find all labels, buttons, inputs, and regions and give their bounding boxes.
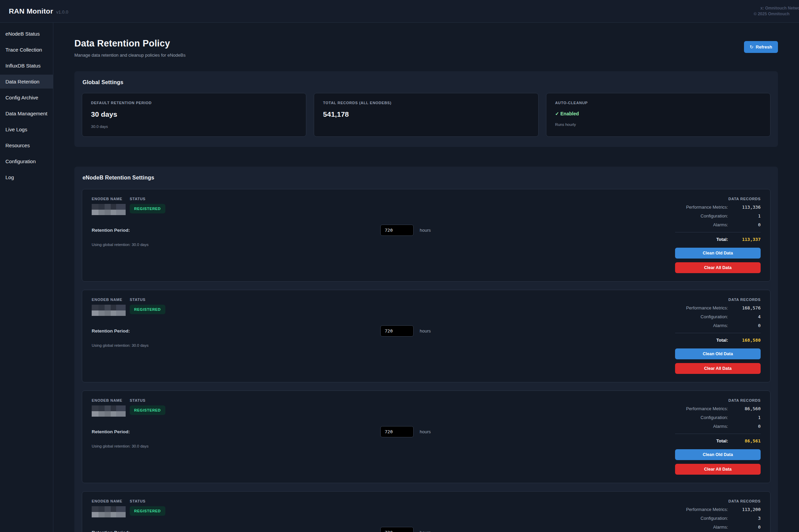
retention-period-label: Retention Period: xyxy=(92,228,380,233)
alarms-label: Alarms: xyxy=(675,424,728,429)
retention-hours-input[interactable] xyxy=(380,225,414,236)
records-divider xyxy=(675,232,761,232)
main-content: Data Retention Policy Manage data retent… xyxy=(53,23,799,532)
metric-row-configuration: Configuration: 1 xyxy=(675,213,761,218)
enodeb-name-redacted xyxy=(92,405,126,417)
enodeb-head-row: ENODEB NAME STATUS REGISTERED xyxy=(92,298,661,316)
metric-row-total: Total: 168,580 xyxy=(675,338,761,343)
enodeb-card-right: DATA RECORDS Performance Metrics: 113,33… xyxy=(675,197,761,273)
hours-unit-label: hours xyxy=(420,228,431,233)
global-retention-note: Using global retention: 30.0 days xyxy=(92,444,661,448)
enodeb-name-label: ENODEB NAME xyxy=(92,499,130,503)
clean-old-data-button[interactable]: Clean Old Data xyxy=(675,248,761,259)
configuration-label: Configuration: xyxy=(675,516,728,521)
total-value: 86,561 xyxy=(728,438,761,443)
records-divider xyxy=(675,434,761,434)
alarms-label: Alarms: xyxy=(675,222,728,227)
sidebar-item-data-retention[interactable]: Data Retention xyxy=(0,75,53,89)
total-value: 168,580 xyxy=(728,338,761,343)
status-label: STATUS xyxy=(130,197,165,201)
clear-all-data-button[interactable]: Clear All Data xyxy=(675,464,761,475)
status-label: STATUS xyxy=(130,499,165,503)
global-stats-row: DEFAULT RETENTION PERIOD 30 days 30.0 da… xyxy=(82,93,770,137)
header-meta: x: Omnitouch Network Services © 2025 Omn… xyxy=(753,5,789,17)
performance-metrics-label: Performance Metrics: xyxy=(675,507,728,512)
metric-row-total: Total: 86,561 xyxy=(675,438,761,443)
data-records-label: DATA RECORDS xyxy=(675,398,761,402)
clean-old-data-button[interactable]: Clean Old Data xyxy=(675,449,761,460)
enodeb-card: ENODEB NAME STATUS REGISTERED Retention … xyxy=(82,290,770,382)
top-header: RAN Monitor v1.0.0 x: Omnitouch Network … xyxy=(0,0,799,23)
copyright: © 2025 Omnitouch xyxy=(753,11,789,17)
stat-value: ✓ Enabled xyxy=(555,111,761,116)
status-badge: REGISTERED xyxy=(130,506,165,516)
page-subtitle: Manage data retention and cleanup polici… xyxy=(74,53,185,58)
refresh-label: Refresh xyxy=(756,44,772,50)
sidebar-item-data-management[interactable]: Data Management xyxy=(0,107,53,120)
data-records-label: DATA RECORDS xyxy=(675,499,761,503)
records-divider xyxy=(675,333,761,333)
enodeb-name-col: ENODEB NAME xyxy=(92,499,130,517)
enodeb-card-right: DATA RECORDS Performance Metrics: 113,20… xyxy=(675,499,761,532)
retention-period-row: Retention Period: hours xyxy=(92,527,661,532)
app-title: RAN Monitor xyxy=(9,7,53,15)
app-version: v1.0.0 xyxy=(56,10,68,15)
enodeb-name-redacted xyxy=(92,305,126,316)
enodeb-card-right: DATA RECORDS Performance Metrics: 86,560… xyxy=(675,398,761,475)
total-value: 113,337 xyxy=(728,237,761,242)
global-settings-section: Global Settings DEFAULT RETENTION PERIOD… xyxy=(74,71,778,147)
refresh-button[interactable]: ↻Refresh xyxy=(744,41,778,53)
sidebar-item-influxdb-status[interactable]: InfluxDB Status xyxy=(0,59,53,73)
sidebar-item-resources[interactable]: Resources xyxy=(0,138,53,152)
data-records-label: DATA RECORDS xyxy=(675,298,761,302)
sidebar-item-enodeb-status[interactable]: eNodeB Status xyxy=(0,27,53,41)
page-title: Data Retention Policy xyxy=(74,38,185,49)
enodeb-card-left: ENODEB NAME STATUS REGISTERED Retention … xyxy=(92,398,675,475)
sidebar-item-configuration[interactable]: Configuration xyxy=(0,154,53,168)
hours-unit-label: hours xyxy=(420,429,431,434)
sidebar-item-live-logs[interactable]: Live Logs xyxy=(0,122,53,136)
global-stat-panel: TOTAL RECORDS (ALL ENODEBS) 541,178 xyxy=(314,93,538,137)
performance-metrics-value: 168,576 xyxy=(728,305,761,310)
page-head: Data Retention Policy Manage data retent… xyxy=(74,38,778,58)
enodeb-name-redacted xyxy=(92,506,126,517)
enodeb-name-redacted xyxy=(92,204,126,215)
enodeb-card: ENODEB NAME STATUS REGISTERED Retention … xyxy=(82,189,770,282)
enodeb-name-label: ENODEB NAME xyxy=(92,398,130,402)
enodeb-status-col: STATUS REGISTERED xyxy=(130,298,165,316)
sidebar-item-trace-collection[interactable]: Trace Collection xyxy=(0,43,53,57)
retention-period-label: Retention Period: xyxy=(92,328,380,334)
retention-hours-input[interactable] xyxy=(380,426,414,437)
global-stat-panel: DEFAULT RETENTION PERIOD 30 days 30.0 da… xyxy=(82,93,306,137)
status-badge: REGISTERED xyxy=(130,305,165,314)
performance-metrics-label: Performance Metrics: xyxy=(675,406,728,411)
configuration-value: 1 xyxy=(728,415,761,420)
stat-label: DEFAULT RETENTION PERIOD xyxy=(91,101,297,105)
retention-period-label: Retention Period: xyxy=(92,530,380,532)
status-badge: REGISTERED xyxy=(130,405,165,415)
stat-sub: Runs hourly xyxy=(555,122,761,127)
global-retention-note: Using global retention: 30.0 days xyxy=(92,243,661,247)
sidebar-item-config-archive[interactable]: Config Archive xyxy=(0,91,53,104)
sidebar-item-log[interactable]: Log xyxy=(0,170,53,184)
enodeb-card-left: ENODEB NAME STATUS REGISTERED Retention … xyxy=(92,197,675,273)
enodeb-head-row: ENODEB NAME STATUS REGISTERED xyxy=(92,499,661,517)
clear-all-data-button[interactable]: Clear All Data xyxy=(675,262,761,273)
stat-sub: 30.0 days xyxy=(91,125,297,129)
stat-label: AUTO-CLEANUP xyxy=(555,101,761,105)
enodeb-card: ENODEB NAME STATUS REGISTERED Retention … xyxy=(82,391,770,483)
retention-hours-input[interactable] xyxy=(380,527,414,532)
retention-period-label: Retention Period: xyxy=(92,429,380,434)
total-label: Total: xyxy=(675,338,728,343)
enodeb-card-left: ENODEB NAME STATUS REGISTERED Retention … xyxy=(92,499,675,532)
metric-row-configuration: Configuration: 3 xyxy=(675,516,761,521)
enodeb-card-right: DATA RECORDS Performance Metrics: 168,57… xyxy=(675,298,761,374)
status-label: STATUS xyxy=(130,398,165,402)
metric-row-alarms: Alarms: 0 xyxy=(675,424,761,429)
clean-old-data-button[interactable]: Clean Old Data xyxy=(675,348,761,359)
metric-row-performance: Performance Metrics: 113,200 xyxy=(675,507,761,512)
enodeb-name-label: ENODEB NAME xyxy=(92,197,130,201)
performance-metrics-label: Performance Metrics: xyxy=(675,205,728,210)
clear-all-data-button[interactable]: Clear All Data xyxy=(675,363,761,374)
retention-hours-input[interactable] xyxy=(380,325,414,337)
